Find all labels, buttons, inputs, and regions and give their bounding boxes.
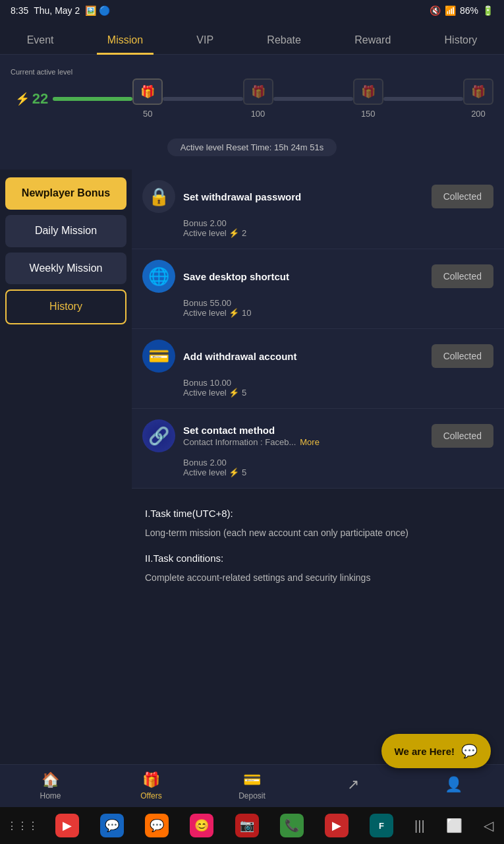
bottom-nav: 🏠 Home 🎁 Offers 💳 Deposit ↗ 👤 xyxy=(0,764,504,807)
status-left: 8:35 Thu, May 2 🖼️ 🔵 xyxy=(11,5,110,16)
status-date: Thu, May 2 xyxy=(34,5,80,16)
mute-icon: 🔇 xyxy=(430,5,441,16)
info-line-2: Long-term mission (each new account can … xyxy=(145,525,491,541)
mission-4-contact-info: Contact Information : Faceb... xyxy=(183,437,296,447)
chest-150: 🎁 150 xyxy=(353,78,383,119)
bottom-nav-home-label: Home xyxy=(40,791,61,800)
bottom-nav-profile[interactable]: 👤 xyxy=(428,776,480,796)
mission-4-bonus: Bonus 2.00 xyxy=(183,458,493,467)
status-icons: 🖼️ 🔵 xyxy=(85,5,110,16)
current-level-label: Current active level xyxy=(11,68,493,76)
mission-item-2: 🌐 Save desktop shortcut Collected Bonus … xyxy=(132,249,504,329)
share-icon: ↗ xyxy=(347,776,359,793)
reset-time-label: Active level Reset Time: xyxy=(181,142,272,152)
chest-50-icon: 🎁 xyxy=(132,78,163,105)
nav-mission[interactable]: Mission xyxy=(97,28,154,55)
chest-100: 🎁 100 xyxy=(243,78,273,119)
bottom-nav-deposit-label: Deposit xyxy=(238,791,266,800)
reset-time: Active level Reset Time: 15h 24m 51s xyxy=(167,138,337,156)
main-content: Newplayer Bonus Daily Mission Weekly Mis… xyxy=(0,169,504,602)
home-icon: 🏠 xyxy=(42,771,59,789)
info-line-4: Complete account-related settings and se… xyxy=(145,570,491,586)
app-free[interactable]: F xyxy=(370,814,393,837)
current-level-value: 22 xyxy=(32,90,48,107)
sidebar-item-newplayer-bonus[interactable]: Newplayer Bonus xyxy=(5,177,126,210)
more-link[interactable]: More xyxy=(300,437,320,447)
profile-icon: 👤 xyxy=(445,776,462,793)
wifi-icon: 📶 xyxy=(445,5,456,16)
nav-reward[interactable]: Reward xyxy=(344,28,401,55)
chest-150-label: 150 xyxy=(361,109,376,119)
mission-2-icon: 🌐 xyxy=(142,260,175,293)
sidebar: Newplayer Bonus Daily Mission Weekly Mis… xyxy=(0,169,132,602)
mission-1-title: Set withdrawal password xyxy=(183,191,424,202)
app-tray: ⋮⋮⋮ ▶ 💬 💬 😊 📷 📞 ▶ F ||| ⬜ ◁ xyxy=(0,807,504,844)
mission-2-collect-button[interactable]: Collected xyxy=(432,264,493,288)
mission-3-icon: 💳 xyxy=(142,340,175,373)
status-time: 8:35 xyxy=(11,5,28,16)
track-segment-3 xyxy=(273,97,353,101)
mission-3-details: Bonus 10.00 Active level ⚡ 5 xyxy=(183,378,493,398)
bottom-nav-home[interactable]: 🏠 Home xyxy=(24,771,77,800)
mission-4-active-level: Active level ⚡ 5 xyxy=(183,467,493,477)
app-social[interactable]: 😊 xyxy=(190,814,213,837)
sidebar-item-daily-mission[interactable]: Daily Mission xyxy=(5,215,126,247)
chest-50: 🎁 50 xyxy=(132,78,163,119)
track-segment-1 xyxy=(53,97,132,101)
nav-vip[interactable]: VIP xyxy=(186,28,224,55)
mission-4-details: Bonus 2.00 Active level ⚡ 5 xyxy=(183,458,493,477)
mission-2-active-level: Active level ⚡ 10 xyxy=(183,308,493,318)
mission-4-icon: 🔗 xyxy=(142,419,175,452)
app-phone[interactable]: 📞 xyxy=(280,814,304,837)
android-menu[interactable]: ||| xyxy=(414,818,425,833)
mission-4-collect-button[interactable]: Collected xyxy=(432,424,493,448)
chest-50-label: 50 xyxy=(143,109,152,119)
sidebar-item-history[interactable]: History xyxy=(5,289,126,324)
mission-2-bonus: Bonus 55.00 xyxy=(183,298,493,308)
bottom-nav-deposit[interactable]: 💳 Deposit xyxy=(226,771,279,800)
app-chat[interactable]: 💬 xyxy=(145,814,169,837)
info-line-1: I.Task time(UTC+8): xyxy=(145,504,491,522)
chest-200: 🎁 200 xyxy=(463,78,493,119)
app-youtube[interactable]: ▶ xyxy=(55,814,79,837)
mission-2-details: Bonus 55.00 Active level ⚡ 10 xyxy=(183,298,493,318)
track-segment-4 xyxy=(383,97,463,101)
mission-item-3: 💳 Add withdrawal account Collected Bonus… xyxy=(132,329,504,409)
app-dots[interactable]: ⋮⋮⋮ xyxy=(11,814,34,837)
offers-icon: 🎁 xyxy=(142,771,160,789)
app-record[interactable]: 📷 xyxy=(235,814,259,837)
mission-2-title: Save desktop shortcut xyxy=(183,271,424,282)
mission-1-icon: 🔒 xyxy=(142,180,175,213)
chat-bubble[interactable]: We are Here! 💬 xyxy=(381,734,491,768)
status-right: 🔇 📶 86% 🔋 xyxy=(430,5,493,16)
lightning-icon: ⚡ xyxy=(15,92,30,106)
battery-text: 86% xyxy=(460,5,478,16)
sidebar-item-weekly-mission[interactable]: Weekly Mission xyxy=(5,253,126,285)
mission-3-bonus: Bonus 10.00 xyxy=(183,378,493,388)
chat-bubble-icon: 💬 xyxy=(461,743,478,759)
nav-history[interactable]: History xyxy=(434,28,488,55)
mission-3-collect-button[interactable]: Collected xyxy=(432,344,493,368)
chest-100-label: 100 xyxy=(251,109,266,119)
reset-time-value: 15h 24m 51s xyxy=(274,142,323,152)
chat-bubble-text: We are Here! xyxy=(395,746,455,757)
android-home[interactable]: ⬜ xyxy=(446,818,462,833)
track-segment-2 xyxy=(163,97,242,101)
bottom-nav-offers[interactable]: 🎁 Offers xyxy=(125,771,178,800)
app-messages[interactable]: 💬 xyxy=(100,814,124,837)
mission-4-title: Set contact method xyxy=(183,425,424,436)
chest-200-label: 200 xyxy=(471,109,486,119)
nav-rebate[interactable]: Rebate xyxy=(256,28,312,55)
app-youtube2[interactable]: ▶ xyxy=(325,814,349,837)
mission-item-4: 🔗 Set contact method Contact Information… xyxy=(132,409,504,489)
bottom-nav-share[interactable]: ↗ xyxy=(327,776,379,796)
nav-event[interactable]: Event xyxy=(16,28,65,55)
info-section: I.Task time(UTC+8): Long-term mission (e… xyxy=(132,489,504,602)
missions-list: 🔒 Set withdrawal password Collected Bonu… xyxy=(132,169,504,602)
status-bar: 8:35 Thu, May 2 🖼️ 🔵 🔇 📶 86% 🔋 xyxy=(0,0,504,21)
chest-150-icon: 🎁 xyxy=(353,78,383,105)
progress-section: Current active level ⚡ 22 🎁 50 🎁 100 🎁 xyxy=(0,55,504,169)
android-back[interactable]: ◁ xyxy=(484,818,493,833)
mission-1-active-level: Active level ⚡ 2 xyxy=(183,228,493,238)
mission-1-collect-button[interactable]: Collected xyxy=(432,185,493,208)
